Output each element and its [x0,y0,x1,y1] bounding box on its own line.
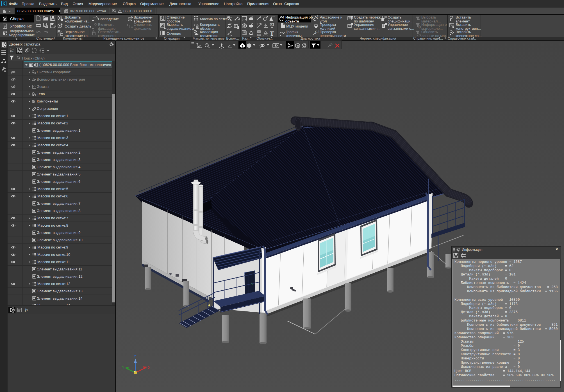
svg-text:E: E [257,23,258,26]
svg-text:X: X [148,365,151,370]
svg-text:3 2: 3 2 [12,51,14,53]
svg-text:1 1: 1 1 [12,49,14,50]
svg-text:T: T [352,16,353,19]
svg-text:?: ? [283,16,284,19]
svg-text:?: ? [317,15,318,18]
svg-text:Y: Y [122,365,125,370]
svg-text:G?: G? [315,30,319,33]
svg-text:Z: Z [134,354,136,359]
svg-text:A: A [271,24,273,26]
